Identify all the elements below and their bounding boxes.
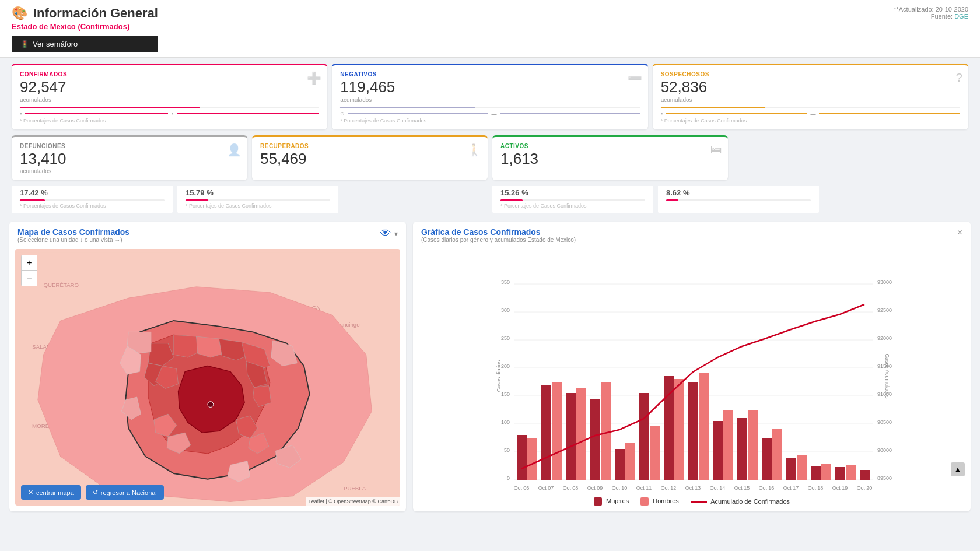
bar-hombres-13 bbox=[846, 465, 856, 480]
stat-footnote-sospechosos: * Porcentajes de Casos Confirmados bbox=[661, 118, 960, 124]
stat-bar-confirmados bbox=[20, 107, 319, 108]
stat-label-recuperados: RECUPERADOS bbox=[260, 143, 480, 149]
stat-value-negativos: 119,465 bbox=[340, 79, 639, 96]
centrar-label: centrar mapa bbox=[36, 489, 74, 496]
map-panel: Mapa de Casos Confirmados (Seleccione un… bbox=[9, 222, 406, 511]
regresar-nacional-button[interactable]: ↺ regresar a Nacional bbox=[86, 485, 164, 500]
stat-icon-confirmados: ➕ bbox=[307, 71, 321, 85]
stat-value-recuperados: 55,469 bbox=[260, 150, 480, 167]
mini-bar-neg-line-2 bbox=[501, 113, 640, 114]
bar-hombres-8 bbox=[723, 410, 733, 480]
stat-card-sospechosos: SOSPECHOSOS 52,836 acumulados ? ▪ ▬ * Po… bbox=[653, 64, 968, 129]
bar-mujeres-1 bbox=[541, 385, 551, 480]
svg-text:90000: 90000 bbox=[877, 447, 892, 453]
stat-value-confirmados: 92,547 bbox=[20, 79, 319, 96]
bar-mujeres-5 bbox=[639, 393, 649, 480]
bar-hombres-2 bbox=[576, 388, 586, 480]
legend-acumulado: Acumulado de Confirmados bbox=[691, 498, 790, 505]
stat-value-sospechosos: 52,836 bbox=[661, 79, 960, 96]
legend-line bbox=[691, 501, 707, 503]
mini-bar-sosp-2: ▬ bbox=[810, 111, 816, 117]
subtitle: Estado de Mexico (Confirmados) bbox=[12, 22, 158, 31]
mini-bar-neg-line bbox=[348, 113, 488, 114]
svg-text:Casos Acumulados: Casos Acumulados bbox=[884, 354, 890, 399]
pct-bar-fill-1 bbox=[20, 199, 45, 201]
bar-mujeres-0 bbox=[517, 435, 527, 480]
svg-text:150: 150 bbox=[501, 391, 510, 397]
bar-mujeres-11 bbox=[786, 458, 796, 480]
stat-mini-bars: ▪ ▪ bbox=[20, 111, 319, 117]
svg-text:Oct 12: Oct 12 bbox=[661, 485, 677, 491]
pct-footnote-2: * Porcentajes de Casos Confirmados bbox=[186, 203, 330, 209]
svg-text:200: 200 bbox=[501, 363, 510, 369]
stat-footnote-confirmados: * Porcentajes de Casos Confirmados bbox=[20, 118, 319, 124]
zoom-minus-button[interactable]: − bbox=[22, 271, 37, 286]
fuente-link[interactable]: DGE bbox=[954, 13, 968, 20]
bar-mujeres-2 bbox=[566, 393, 576, 480]
stat-value-defunciones: 13,410 bbox=[20, 150, 239, 167]
header: 🎨 Información General Estado de Mexico (… bbox=[0, 0, 980, 58]
legend-hombres-box bbox=[640, 497, 649, 506]
stat-mini-bars-neg: ⊙ ▬ bbox=[340, 111, 639, 117]
stats-row: CONFIRMADOS 92,547 acumulados ➕ ▪ ▪ * Po… bbox=[0, 58, 980, 135]
svg-text:Oct 07: Oct 07 bbox=[538, 485, 554, 491]
pct-bar-fill-5 bbox=[666, 199, 678, 201]
fuente-label: Fuente: bbox=[931, 13, 953, 20]
mini-bar-neg-1: ⊙ bbox=[340, 111, 345, 117]
stat-card-activos: ACTIVOS 1,613 🛏 bbox=[492, 135, 728, 181]
legend-hombres-label: Hombres bbox=[653, 497, 679, 504]
semaforo-label: Ver semáforo bbox=[33, 40, 78, 48]
chart-subtitle: (Casos diarios por género y acumulados E… bbox=[421, 237, 576, 243]
bar-hombres-10 bbox=[772, 429, 782, 480]
bar-mujeres-13 bbox=[835, 467, 845, 480]
legend-mujeres-box bbox=[594, 497, 602, 506]
close-chart-button[interactable]: × bbox=[957, 227, 963, 238]
stat-sub-defunciones: acumulados bbox=[20, 168, 239, 174]
svg-text:QUERÉTARO: QUERÉTARO bbox=[44, 282, 79, 288]
svg-text:350: 350 bbox=[501, 279, 510, 285]
stat-card-recuperados: RECUPERADOS 55,469 🚶 bbox=[252, 135, 488, 181]
semaforo-button[interactable]: 🚦 Ver semáforo bbox=[12, 36, 158, 52]
mini-bar-2: ▪ bbox=[172, 111, 173, 117]
centrar-icon: ✕ bbox=[28, 489, 33, 496]
updated-text: **Actualizado: 20-10-2020 bbox=[894, 6, 968, 13]
svg-text:Oct 06: Oct 06 bbox=[514, 485, 530, 491]
pct-row: 17.42 % * Porcentajes de Casos Confirmad… bbox=[0, 186, 980, 217]
pct-val-1: 17.42 % bbox=[20, 188, 48, 197]
pct-card-2: 15.79 % * Porcentajes de Casos Confirmad… bbox=[177, 186, 338, 213]
svg-text:Oct 08: Oct 08 bbox=[563, 485, 579, 491]
svg-point-12 bbox=[208, 402, 214, 408]
bar-hombres-3 bbox=[601, 382, 611, 480]
map-attribution: Leaflet | © OpenStreetMap © CartoDB bbox=[306, 497, 400, 506]
stat-icon-negativos: ➖ bbox=[628, 71, 642, 85]
stat-label-sospechosos: SOSPECHOSOS bbox=[661, 71, 960, 78]
scroll-up-button[interactable]: ▲ bbox=[951, 462, 965, 476]
map-subtitle: (Seleccione una unidad ↓ o una vista →) bbox=[18, 237, 130, 243]
pct-bar-2 bbox=[186, 199, 330, 201]
header-left: 🎨 Información General Estado de Mexico (… bbox=[12, 6, 158, 52]
eye-button[interactable]: 👁 bbox=[380, 227, 391, 240]
mini-bar-sosp-1: ▪ bbox=[661, 111, 663, 117]
svg-text:250: 250 bbox=[501, 335, 510, 341]
pct-spacer bbox=[730, 135, 971, 181]
bar-mujeres-14b bbox=[860, 470, 864, 480]
bar-hombres-1 bbox=[552, 382, 562, 480]
stat-card-negativos: NEGATIVOS 119,465 acumulados ➖ ⊙ ▬ * Por… bbox=[332, 64, 648, 129]
stat-icon-activos: 🛏 bbox=[710, 143, 722, 156]
zoom-plus-button[interactable]: + bbox=[22, 255, 37, 271]
svg-text:Oct 10: Oct 10 bbox=[612, 485, 628, 491]
chart-svg: 0 50 100 150 200 250 300 350 Casos diari… bbox=[419, 248, 965, 493]
main-content: Mapa de Casos Confirmados (Seleccione un… bbox=[0, 217, 980, 516]
centrar-mapa-button[interactable]: ✕ centrar mapa bbox=[21, 485, 81, 500]
mini-bar-sosp-line-2 bbox=[819, 113, 960, 114]
svg-text:92500: 92500 bbox=[877, 307, 892, 313]
stat-footnote-negativos: * Porcentajes de Casos Confirmados bbox=[340, 118, 639, 124]
stat-value-activos: 1,613 bbox=[501, 150, 720, 167]
stat-label-confirmados: CONFIRMADOS bbox=[20, 71, 319, 78]
mini-bar-line bbox=[25, 113, 167, 114]
bar-mujeres-8 bbox=[713, 421, 723, 480]
bar-hombres-12 bbox=[821, 464, 831, 480]
chart-title: Gráfica de Casos Confirmados bbox=[421, 227, 576, 237]
chart-title-section: Gráfica de Casos Confirmados (Casos diar… bbox=[421, 227, 576, 243]
palette-icon: 🎨 bbox=[12, 6, 27, 21]
